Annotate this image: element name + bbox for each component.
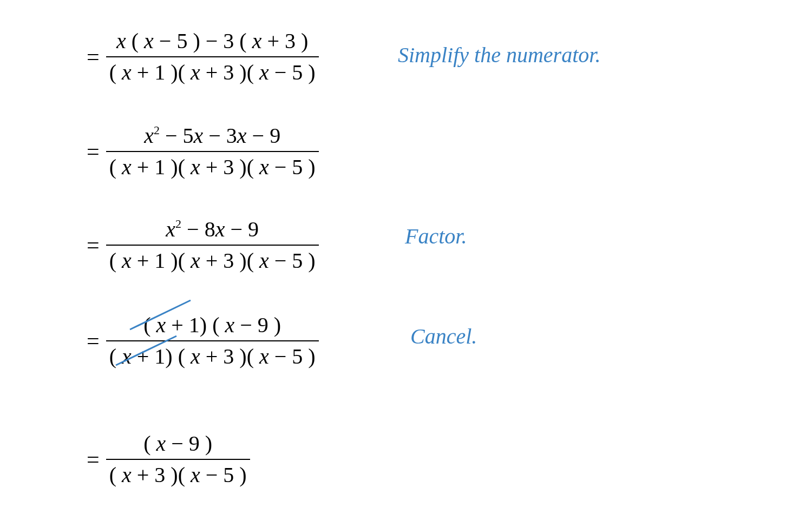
fraction-bar — [106, 151, 319, 152]
step-row-2: = x2 − 5x − 3x − 9 ( x + 1 )( x + 3 )( x… — [87, 111, 319, 192]
step-row-5: = ( x − 9 ) ( x + 3 )( x − 5 ) — [87, 419, 250, 500]
step-row-1: = x ( x − 5 ) − 3 ( x + 3 ) ( x + 1 )( x… — [87, 16, 319, 97]
fraction-step4: ( x + 1) ( x − 9 ) ( x + 1) ( x + 3 )( x… — [106, 312, 319, 370]
numerator-step5: ( x − 9 ) — [140, 431, 215, 457]
numerator-step1: x ( x − 5 ) − 3 ( x + 3 ) — [113, 28, 311, 54]
step-row-4: = ( x + 1) ( x − 9 ) ( x + 1) ( x + 3 )(… — [87, 300, 319, 381]
numerator-step4: ( x + 1) ( x − 9 ) — [140, 312, 284, 338]
math-derivation-page: = x ( x − 5 ) − 3 ( x + 3 ) ( x + 1 )( x… — [0, 0, 812, 527]
denominator-step5: ( x + 3 )( x − 5 ) — [106, 462, 250, 488]
fraction-bar — [106, 245, 319, 246]
equals-sign: = — [87, 330, 100, 352]
equals-sign: = — [87, 45, 100, 68]
fraction-bar — [106, 459, 250, 460]
step-row-3: = x2 − 8x − 9 ( x + 1 )( x + 3 )( x − 5 … — [87, 205, 319, 286]
fraction-step1: x ( x − 5 ) − 3 ( x + 3 ) ( x + 1 )( x +… — [106, 28, 319, 85]
equals-sign: = — [87, 234, 100, 256]
denominator-step4: ( x + 1) ( x + 3 )( x − 5 ) — [106, 344, 319, 370]
fraction-bar — [106, 56, 319, 57]
fraction-bar — [106, 340, 319, 341]
numerator-step3: x2 − 8x − 9 — [162, 216, 262, 242]
equals-sign: = — [87, 448, 100, 471]
fraction-step2: x2 − 5x − 3x − 9 ( x + 1 )( x + 3 )( x −… — [106, 123, 319, 180]
fraction-step3: x2 − 8x − 9 ( x + 1 )( x + 3 )( x − 5 ) — [106, 216, 319, 274]
numerator-step2: x2 − 5x − 3x − 9 — [141, 123, 284, 149]
denominator-step3: ( x + 1 )( x + 3 )( x − 5 ) — [106, 248, 319, 274]
fraction-step5: ( x − 9 ) ( x + 3 )( x − 5 ) — [106, 431, 250, 488]
annotation-factor: Factor. — [405, 223, 467, 249]
annotation-simplify: Simplify the numerator. — [398, 42, 600, 68]
denominator-step1: ( x + 1 )( x + 3 )( x − 5 ) — [106, 60, 319, 85]
equals-sign: = — [87, 140, 100, 163]
denominator-step2: ( x + 1 )( x + 3 )( x − 5 ) — [106, 154, 319, 180]
annotation-cancel: Cancel. — [410, 324, 477, 349]
